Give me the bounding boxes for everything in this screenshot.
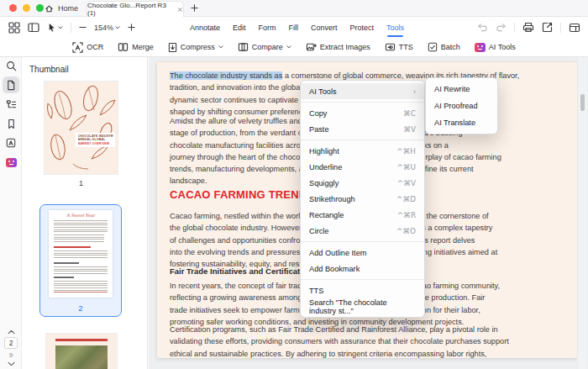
page-2-script-title: A Sweet Year [49, 213, 113, 218]
search-panel-button[interactable] [3, 57, 19, 74]
select-tool-button[interactable] [47, 23, 63, 33]
menu-item-add-bookmark[interactable]: Add Bookmark [301, 261, 424, 277]
close-tab-icon[interactable] [177, 7, 183, 13]
vertical-scrollbar[interactable] [577, 57, 587, 369]
page-2-thumbnail-selected[interactable]: A Sweet Year 2 [39, 204, 122, 317]
tts-button[interactable]: TTS [385, 42, 413, 52]
tab-home[interactable]: Home [45, 0, 78, 17]
outline-icon [6, 99, 17, 109]
menu-shortcut: ^⌘H [396, 147, 416, 156]
menu-protect[interactable]: Protect [350, 24, 375, 32]
selected-text[interactable]: The chocolate industry stands as [170, 71, 282, 80]
submenu-item-ai-translate[interactable]: AI Translate [426, 114, 497, 131]
merge-icon [118, 42, 129, 52]
chevron-down-icon [115, 26, 120, 29]
divider [560, 23, 561, 33]
red-heading-bar [54, 246, 91, 248]
ocr-button[interactable]: OCR [72, 42, 103, 53]
menu-item-search-selection[interactable]: Search "The chocolate industry st..." [301, 298, 424, 314]
menu-fill[interactable]: Fill [289, 24, 299, 32]
compress-dropdown[interactable]: Compress [168, 42, 223, 53]
menu-item-underline[interactable]: Underline^⌘U [301, 159, 424, 175]
menu-tools[interactable]: Tools [386, 24, 404, 32]
undo-button[interactable] [477, 23, 488, 32]
menu-divider [301, 241, 424, 242]
divider [71, 23, 71, 33]
close-window-button[interactable] [9, 4, 17, 12]
menu-item-ai-tools[interactable]: AI Tools › [301, 83, 424, 99]
share-export-button[interactable] [542, 22, 553, 33]
menu-item-rectangle[interactable]: Rectangle^⌘R [301, 207, 424, 223]
menu-item-squiggly[interactable]: Squiggly^⌘V [301, 175, 424, 191]
subsection-heading: Fair Trade Initiatives and Certification… [170, 266, 317, 277]
print-button[interactable] [522, 22, 534, 33]
menu-form[interactable]: Form [259, 24, 276, 32]
menu-divider [301, 279, 424, 280]
paragraph-certification: Certification programs, such as Fair Tra… [170, 324, 509, 358]
menu-item-highlight[interactable]: Highlight^⌘H [301, 143, 424, 159]
chevron-down-icon [218, 45, 223, 49]
ai-tools-button[interactable]: AI Tools [475, 43, 516, 52]
grid-view-icon[interactable] [8, 22, 20, 34]
tab-document[interactable]: Chocolate Glo...Report R3 (1) [87, 1, 184, 17]
minimize-window-button[interactable] [23, 4, 30, 12]
menu-item-paste[interactable]: Paste⌘V [301, 121, 424, 137]
view-controls: 154% [8, 17, 135, 38]
menu-item-circle[interactable]: Circle^⌘O [301, 223, 424, 239]
ribbon-menu: Annotate Edit Form Fill Convert Protect … [190, 17, 404, 38]
merge-button[interactable]: Merge [118, 42, 154, 52]
menu-item-label: Squiggly [309, 179, 339, 187]
batch-icon [428, 42, 438, 52]
submenu-item-ai-proofread[interactable]: AI Proofread [426, 98, 497, 114]
menu-item-tts[interactable]: TTS [301, 282, 424, 298]
ai-tools-submenu: AI Rewrite AI Proofread AI Translate [425, 77, 498, 134]
menu-item-strikethrough[interactable]: Strikethrough^⌘D [301, 191, 424, 207]
submenu-item-ai-rewrite[interactable]: AI Rewrite [426, 81, 497, 98]
compare-label: Compare [252, 43, 283, 51]
page-up-icon[interactable] [8, 329, 15, 335]
ai-panel-button[interactable] [3, 154, 19, 171]
menu-item-add-outline-item[interactable]: Add Outline Item [301, 245, 424, 261]
zoom-out-icon[interactable] [79, 24, 87, 31]
zoom-level-dropdown[interactable]: 154% [94, 24, 120, 32]
batch-button[interactable]: Batch [428, 42, 460, 52]
menu-item-label: Add Outline Item [309, 249, 366, 257]
page-1-thumbnail[interactable]: CHOCOLATE INDUSTRY ANNUAL GLOBAL MARKET … [45, 82, 118, 174]
chevron-down-icon [58, 26, 63, 29]
tools-ribbon: OCR Merge Compress Compare Extract Image… [0, 38, 588, 57]
layout-button[interactable] [569, 23, 580, 33]
page-down-icon[interactable] [8, 361, 15, 366]
ocr-label: OCR [87, 43, 103, 51]
bookmark-panel-button[interactable] [3, 115, 19, 132]
page-3-photo [55, 345, 108, 369]
sidebar-toggle-icon[interactable] [28, 22, 39, 33]
menu-item-label: TTS [309, 287, 323, 295]
outline-panel-button[interactable] [3, 96, 19, 113]
page-2-number: 2 [40, 303, 121, 313]
zoom-window-button[interactable] [36, 4, 44, 12]
current-page-input[interactable]: 2 [4, 337, 18, 349]
ocr-icon [72, 42, 83, 53]
extract-images-button[interactable]: Extract Images [306, 42, 370, 52]
redo-button[interactable] [496, 23, 507, 32]
scrollbar-thumb[interactable] [580, 94, 585, 111]
menu-convert[interactable]: Convert [311, 24, 338, 32]
zoom-in-icon[interactable] [128, 24, 135, 31]
new-tab-button[interactable] [191, 4, 198, 12]
thumbnail-panel-button[interactable] [3, 76, 19, 93]
menu-item-copy[interactable]: Copy⌘C [301, 105, 424, 121]
home-icon [45, 4, 54, 13]
subheading-bar [54, 262, 79, 264]
menu-item-label: Highlight [309, 147, 339, 156]
menu-item-label: Strikethrough [309, 195, 355, 203]
tts-label: TTS [399, 43, 413, 51]
menu-annotate[interactable]: Annotate [190, 24, 220, 32]
search-icon [6, 61, 17, 71]
page-3-thumbnail[interactable] [46, 334, 117, 369]
subheading-bar [54, 277, 74, 278]
titlebar: Home Chocolate Glo...Report R3 (1) [0, 0, 588, 17]
menu-edit[interactable]: Edit [233, 24, 246, 32]
cursor-icon [47, 23, 56, 33]
compare-dropdown[interactable]: Compare [238, 42, 291, 52]
annotation-panel-button[interactable] [3, 134, 19, 151]
